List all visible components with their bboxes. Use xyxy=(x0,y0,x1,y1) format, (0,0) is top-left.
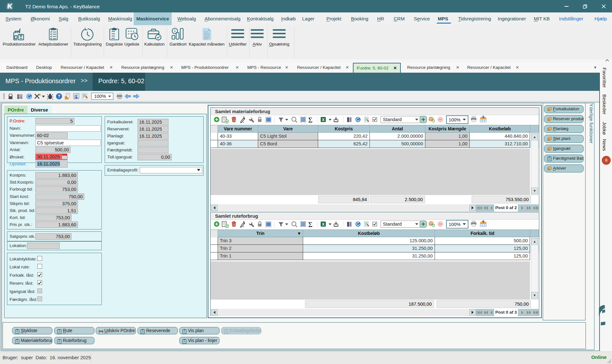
svg-text:?: ? xyxy=(58,94,61,99)
